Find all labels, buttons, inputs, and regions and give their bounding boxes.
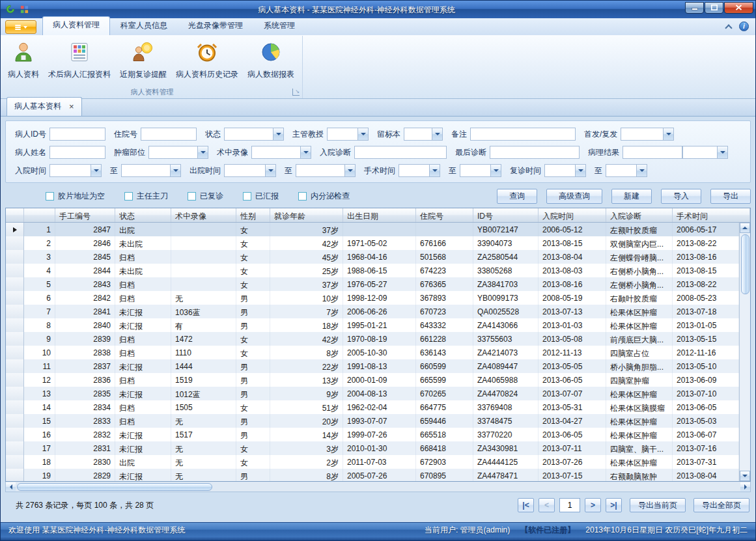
admit-date-to-dropdown-button[interactable] xyxy=(170,165,180,176)
prev-page-button[interactable]: < xyxy=(539,498,555,512)
pathology-result-input[interactable] xyxy=(623,146,682,159)
table-row[interactable]: 72841未汇报1036蓝男7岁2006-06-26670723QA002552… xyxy=(6,305,739,318)
tab-patient-basic-data[interactable]: 病人基本资料 × xyxy=(7,97,82,116)
column-header-manual-no[interactable]: 手工编号 xyxy=(55,208,115,222)
application-menu-button[interactable] xyxy=(5,20,36,34)
pathology-result-select-dropdown-button[interactable] xyxy=(717,146,727,158)
first-or-relapse-dropdown-button[interactable] xyxy=(663,128,673,140)
remark-input[interactable] xyxy=(470,128,576,141)
pathology-result-select-combo[interactable] xyxy=(682,146,728,159)
patient-history-button[interactable]: 病人资料历史记录 xyxy=(171,38,243,81)
last-page-button[interactable]: >| xyxy=(606,498,622,512)
patient-report-button[interactable]: 病人数据报表 xyxy=(243,38,299,81)
table-row[interactable]: 182830出院无女2岁2011-07-03672903ZA4444125201… xyxy=(6,455,739,469)
close-button[interactable] xyxy=(724,2,753,14)
column-header-admit-date[interactable]: 入院时间 xyxy=(539,208,606,222)
grid-vertical-scrollbar[interactable] xyxy=(739,223,750,481)
table-row[interactable]: 22846未出院女42岁1971-05-02676166339040732013… xyxy=(6,236,739,250)
horizontal-scroll-thumb[interactable] xyxy=(17,483,212,491)
table-row[interactable]: 82840未汇报有男18岁1995-01-21643332ZA414306620… xyxy=(6,318,739,332)
column-header-gender[interactable]: 性别 xyxy=(236,208,270,222)
scroll-right-button[interactable] xyxy=(740,482,750,492)
postop-report-button[interactable]: 术后病人汇报资料 xyxy=(44,38,115,81)
discharge-date-to-dropdown-button[interactable] xyxy=(344,165,355,176)
ribbon-tab-department-staff-info[interactable]: 科室人员信息 xyxy=(110,17,178,35)
revisit-date-from-dropdown-button[interactable] xyxy=(575,165,585,176)
table-row[interactable]: 92839归档1472女42岁1970-08-19661228337556032… xyxy=(6,332,739,346)
collapse-ribbon-icon[interactable] xyxy=(725,24,732,31)
table-row[interactable]: 152833归档无男20岁1993-07-0765944633748475201… xyxy=(6,414,739,428)
ribbon-tab-disc-video-management[interactable]: 光盘录像带管理 xyxy=(178,17,253,35)
revisit-date-to-dropdown-button[interactable] xyxy=(636,165,647,176)
table-row[interactable]: 162832未汇报1517男14岁1999-07-266655183377022… xyxy=(6,428,739,441)
patient-name-input[interactable] xyxy=(49,146,105,159)
vertical-scroll-thumb[interactable] xyxy=(741,234,749,294)
specimen-combo[interactable] xyxy=(404,128,443,141)
column-header-row-number[interactable] xyxy=(24,208,55,222)
column-header-id-no[interactable]: ID号 xyxy=(473,208,539,222)
intraop-video-combo[interactable] xyxy=(251,146,311,159)
scroll-left-button[interactable] xyxy=(6,482,16,492)
chief-professor-dropdown-button[interactable] xyxy=(357,128,368,140)
tumor-site-combo[interactable] xyxy=(148,146,208,159)
director-surgeon-checkbox[interactable] xyxy=(124,192,133,201)
surgery-date-from-dropdown-button[interactable] xyxy=(429,165,440,176)
admission-no-input[interactable] xyxy=(141,128,197,141)
table-row[interactable]: 32845归档女45岁1968-04-16501568ZA25805442013… xyxy=(6,250,739,264)
tab-close-icon[interactable]: × xyxy=(69,104,74,110)
page-number-input[interactable] xyxy=(559,498,580,512)
table-row[interactable]: 142834归档1505女51岁1962-02-0466477533769408… xyxy=(6,400,739,414)
chief-professor-combo[interactable] xyxy=(327,128,369,141)
column-header-intraop-video[interactable]: 术中录像 xyxy=(171,208,236,222)
final-diagnosis-input[interactable] xyxy=(490,146,580,159)
first-or-relapse-combo[interactable] xyxy=(621,128,674,141)
admit-date-to-combo[interactable] xyxy=(121,164,181,177)
table-row[interactable]: 112837未汇报1444男22岁1991-08-13660599ZA40894… xyxy=(6,359,739,373)
surgery-date-from-combo[interactable] xyxy=(399,164,440,177)
specimen-dropdown-button[interactable] xyxy=(432,128,442,140)
app-logo-icon[interactable] xyxy=(5,4,16,16)
scroll-down-button[interactable] xyxy=(740,471,750,481)
column-header-birth-date[interactable]: 出生日期 xyxy=(343,208,416,222)
revisit-date-to-combo[interactable] xyxy=(606,164,647,177)
status-dropdown-button[interactable] xyxy=(273,128,283,140)
admit-date-from-dropdown-button[interactable] xyxy=(91,165,101,176)
reported-checkbox[interactable] xyxy=(243,192,251,201)
export-all-pages-button[interactable]: 导出全部页 xyxy=(693,498,749,512)
discharge-date-to-combo[interactable] xyxy=(296,164,356,177)
revisit-reminder-button[interactable]: 近期复诊提醒 xyxy=(115,38,171,81)
dialog-launcher-icon[interactable]: ↘ xyxy=(292,89,300,96)
next-page-button[interactable]: > xyxy=(585,498,601,512)
column-header-admit-diagnosis[interactable]: 入院诊断 xyxy=(606,208,673,222)
discharge-date-from-combo[interactable] xyxy=(224,164,276,177)
table-row[interactable]: 12847出院女37岁YB00721472006-05-12左额叶胶质瘤2006… xyxy=(6,223,739,236)
table-row[interactable]: 192829未汇报无男8岁2005-07-26670895ZA447847120… xyxy=(6,469,739,481)
export-current-page-button[interactable]: 导出当前页 xyxy=(630,498,686,512)
revisited-checkbox[interactable] xyxy=(188,192,196,201)
surgery-date-to-dropdown-button[interactable] xyxy=(490,165,501,176)
import-button[interactable]: 导入 xyxy=(661,189,701,204)
first-page-button[interactable]: |< xyxy=(518,498,534,512)
table-row[interactable]: 42844未出院女25岁1988-06-15674223338052682013… xyxy=(6,264,739,277)
column-header-admission-no[interactable]: 住院号 xyxy=(416,208,473,222)
advanced-query-button[interactable]: 高级查询 xyxy=(546,189,602,204)
discharge-date-from-dropdown-button[interactable] xyxy=(265,165,275,176)
ribbon-tab-patient-data-management[interactable]: 病人资料管理 xyxy=(42,16,110,35)
status-combo[interactable] xyxy=(224,128,284,141)
table-row[interactable]: 52843归档女37岁1976-05-27676365ZA38417032013… xyxy=(6,277,739,291)
grid-horizontal-scrollbar[interactable] xyxy=(5,482,751,492)
film-address-empty-checkbox[interactable] xyxy=(46,192,54,201)
info-icon[interactable]: i xyxy=(739,21,749,31)
admit-date-from-combo[interactable] xyxy=(49,164,102,177)
new-button[interactable]: 新建 xyxy=(611,189,652,204)
surgery-date-to-combo[interactable] xyxy=(460,164,501,177)
revisit-date-from-combo[interactable] xyxy=(544,164,586,177)
intraop-video-dropdown-button[interactable] xyxy=(300,146,311,158)
column-header-visit-age[interactable]: 就诊年龄 xyxy=(270,208,343,222)
column-header-status[interactable]: 状态 xyxy=(115,208,171,222)
table-row[interactable]: 62842归档无男10岁1998-12-09367893YB0099173200… xyxy=(6,291,739,305)
endocrine-exam-checkbox[interactable] xyxy=(298,192,307,201)
table-row[interactable]: 132835未汇报1012蓝男9岁2004-08-13670265ZA44708… xyxy=(6,387,739,400)
patient-data-button[interactable]: 病人资料 xyxy=(3,38,44,81)
table-row[interactable]: 172831未汇报无女3岁2010-01-30668418ZA343098120… xyxy=(6,441,739,455)
